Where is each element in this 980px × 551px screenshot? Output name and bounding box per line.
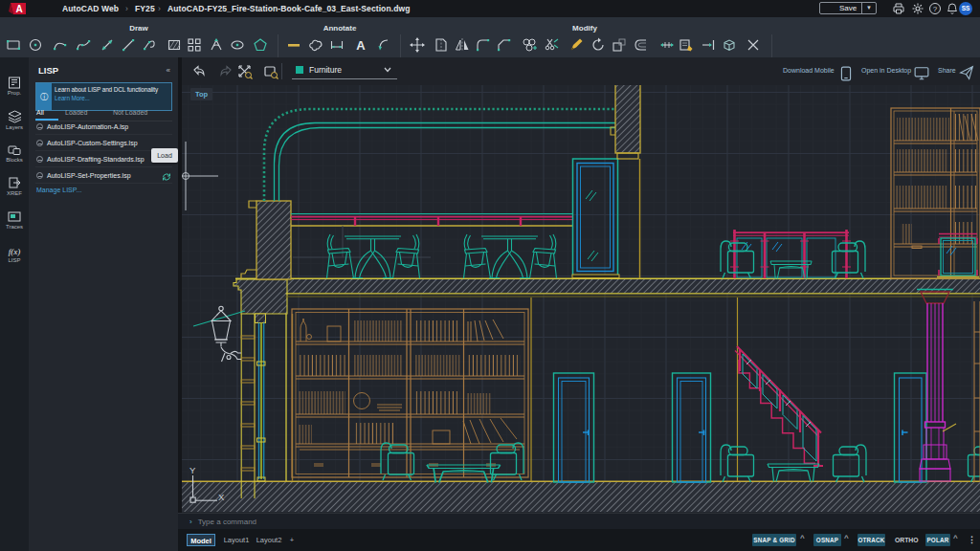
- svg-text:?: ?: [933, 5, 938, 13]
- svg-text:Y: Y: [189, 465, 196, 475]
- svg-text:A: A: [15, 4, 22, 14]
- svg-text:X: X: [218, 492, 225, 502]
- svg-text:A: A: [356, 38, 366, 53]
- svg-text:f(x): f(x): [9, 247, 21, 256]
